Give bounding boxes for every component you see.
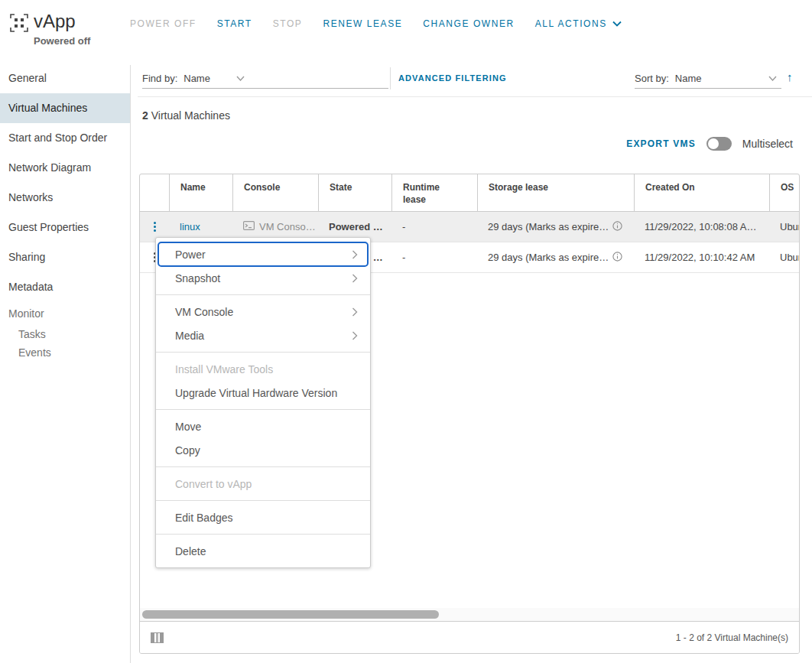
chevron-right-icon — [352, 274, 358, 283]
menu-item-install-vmware-tools: Install VMware Tools — [156, 357, 370, 381]
all-actions-label: ALL ACTIONS — [535, 18, 607, 29]
renew-lease-button[interactable]: RENEW LEASE — [323, 18, 402, 29]
sidebar-item-network-diagram[interactable]: Network Diagram — [0, 153, 130, 183]
sidebar-item-metadata[interactable]: Metadata — [0, 272, 130, 302]
vm-count-value: 2 — [142, 109, 148, 122]
horizontal-scrollbar[interactable] — [140, 608, 799, 621]
sidebar-item-virtual-machines[interactable]: Virtual Machines — [0, 93, 130, 123]
menu-item-label: Convert to vApp — [175, 478, 252, 490]
sidebar-item-sharing[interactable]: Sharing — [0, 242, 130, 272]
find-by-value: Name — [184, 73, 210, 84]
vm-state: Powered … — [318, 221, 391, 232]
info-icon[interactable] — [612, 252, 622, 264]
menu-item-copy[interactable]: Copy — [156, 438, 370, 462]
menu-group: Delete — [156, 534, 370, 563]
sort-by-value: Name — [675, 73, 702, 84]
menu-item-label: Upgrade Virtual Hardware Version — [175, 387, 337, 399]
menu-item-upgrade-virtual-hardware[interactable]: Upgrade Virtual Hardware Version — [156, 381, 370, 405]
menu-item-edit-badges[interactable]: Edit Badges — [156, 505, 370, 529]
menu-item-delete[interactable]: Delete — [156, 539, 370, 563]
row-actions-kebab-icon[interactable] — [140, 222, 169, 232]
column-picker-icon[interactable] — [151, 632, 164, 643]
vm-console-cell[interactable]: VM Conso… — [232, 221, 318, 232]
sidebar-item-events[interactable]: Events — [0, 343, 130, 362]
menu-item-vm-console[interactable]: VM Console — [156, 300, 370, 323]
vapp-page: vApp Powered off POWER OFF START STOP RE… — [0, 0, 812, 663]
advanced-filtering-button[interactable]: ADVANCED FILTERING — [398, 73, 507, 83]
change-owner-button[interactable]: CHANGE OWNER — [423, 18, 514, 29]
menu-item-label: Install VMware Tools — [175, 363, 273, 375]
menu-item-label: Edit Badges — [175, 512, 233, 524]
multiselect-toggle[interactable] — [706, 137, 732, 151]
vapp-actions-bar: POWER OFF START STOP RENEW LEASE CHANGE … — [130, 18, 622, 29]
menu-item-power[interactable]: Power — [156, 242, 370, 266]
vm-name-link[interactable]: linux — [180, 221, 200, 232]
menu-item-label: Media — [175, 330, 204, 342]
pagination-range: 1 - 2 of 2 Virtual Machine(s) — [676, 632, 788, 643]
sidebar-nav: General Virtual Machines Start and Stop … — [0, 63, 130, 362]
vm-storage-lease: 29 days (Marks as expire… — [477, 252, 634, 264]
chevron-down-icon — [768, 76, 777, 81]
chevron-down-icon — [236, 76, 245, 81]
filter-divider — [390, 67, 391, 89]
vapp-icon — [9, 13, 29, 36]
column-header-created-on[interactable]: Created On — [634, 174, 769, 211]
chevron-right-icon — [352, 250, 358, 259]
sidebar-item-tasks[interactable]: Tasks — [0, 325, 130, 343]
menu-group: Install VMware Tools Upgrade Virtual Har… — [156, 352, 370, 405]
column-header-name[interactable]: Name — [169, 174, 232, 211]
menu-group: Edit Badges — [156, 500, 370, 529]
export-vms-button[interactable]: EXPORT VMS — [626, 138, 696, 149]
sort-ascending-icon[interactable]: ↑ — [787, 70, 793, 83]
multiselect-label: Multiselect — [742, 138, 793, 150]
menu-item-label: Snapshot — [175, 272, 220, 284]
menu-item-media[interactable]: Media — [156, 323, 370, 347]
sidebar-item-guest-properties[interactable]: Guest Properties — [0, 213, 130, 242]
vm-console-label: VM Conso… — [259, 221, 316, 232]
vm-count: 2 Virtual Machines — [142, 109, 230, 122]
sidebar-divider — [130, 65, 131, 663]
find-by-label: Find by: — [142, 73, 177, 84]
menu-item-label: Move — [175, 421, 201, 433]
actions-column-header — [140, 174, 169, 211]
menu-group: Power Snapshot — [156, 242, 370, 290]
menu-item-convert-to-vapp: Convert to vApp — [156, 472, 370, 496]
chevron-right-icon — [352, 307, 358, 317]
scrollbar-thumb[interactable] — [142, 610, 439, 619]
all-actions-button[interactable]: ALL ACTIONS — [535, 18, 622, 29]
find-by-select[interactable]: Find by: Name — [142, 69, 388, 89]
grid-header-row: Name Console State Runtime lease Storage… — [140, 174, 799, 212]
vm-storage-lease-text: 29 days (Marks as expire… — [488, 221, 609, 232]
sidebar-item-start-stop-order[interactable]: Start and Stop Order — [0, 123, 130, 153]
chevron-right-icon — [352, 331, 358, 340]
vm-created-on: 11/29/2022, 10:08:08 A… — [634, 221, 769, 232]
column-header-runtime-lease[interactable]: Runtime lease — [391, 174, 477, 211]
power-off-button[interactable]: POWER OFF — [130, 18, 197, 29]
vm-storage-lease: 29 days (Marks as expire… — [477, 221, 634, 233]
vm-storage-lease-text: 29 days (Marks as expire… — [488, 252, 609, 263]
column-header-os[interactable]: OS — [769, 174, 799, 211]
start-button[interactable]: START — [217, 18, 252, 29]
vm-console-icon — [243, 221, 255, 232]
sort-by-label: Sort by: — [635, 73, 669, 84]
menu-item-move[interactable]: Move — [156, 414, 370, 438]
column-header-state[interactable]: State — [318, 174, 391, 211]
column-header-console[interactable]: Console — [232, 174, 318, 211]
sidebar-item-networks[interactable]: Networks — [0, 183, 130, 213]
menu-item-snapshot[interactable]: Snapshot — [156, 266, 370, 290]
sort-by-select[interactable]: Sort by: Name — [635, 69, 781, 89]
vm-runtime-lease: - — [391, 252, 477, 263]
sidebar-item-general[interactable]: General — [0, 63, 130, 93]
page-title: vApp — [34, 11, 76, 32]
stop-button[interactable]: STOP — [273, 18, 303, 29]
grid-footer: 1 - 2 of 2 Virtual Machine(s) — [140, 621, 799, 653]
content-divider — [138, 96, 812, 97]
info-icon[interactable] — [612, 221, 622, 233]
menu-group: VM Console Media — [156, 294, 370, 347]
vm-count-label: Virtual Machines — [151, 109, 230, 122]
column-header-storage-lease[interactable]: Storage lease — [477, 174, 634, 211]
vm-created-on: 11/29/2022, 10:10:42 AM — [634, 252, 769, 263]
grid-toolbar: EXPORT VMS Multiselect — [626, 137, 793, 151]
column-header-runtime-lease-label: Runtime lease — [403, 181, 456, 206]
vm-os: Ubuntu — [769, 221, 799, 232]
